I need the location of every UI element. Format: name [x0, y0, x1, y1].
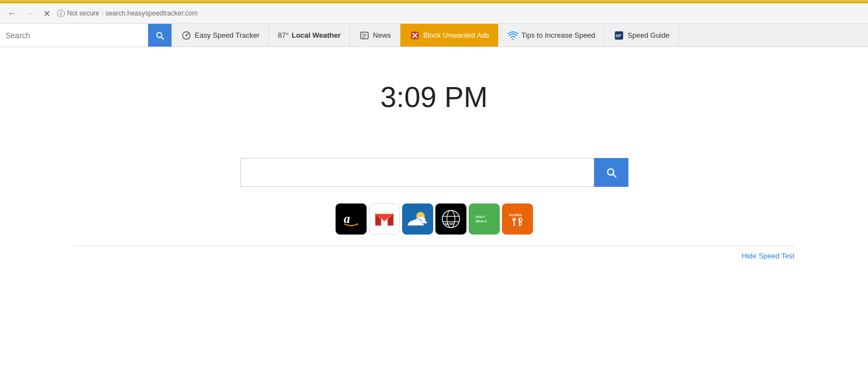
toolbar-item-weather[interactable]: 87° Local Weather: [269, 24, 350, 47]
shortcut-news[interactable]: NEWS: [435, 203, 466, 235]
main-content: 3:09 PM a: [0, 47, 868, 369]
news-label: News: [373, 31, 391, 39]
info-icon: i: [57, 9, 65, 17]
svg-text:SP: SP: [616, 33, 621, 38]
main-search-button[interactable]: [594, 158, 628, 187]
toolbar-search-area: [0, 24, 172, 47]
main-search-container: [240, 158, 628, 187]
not-secure-label: Not secure: [67, 9, 99, 17]
toolbar-item-block-ads[interactable]: Block Unwanted Ads: [400, 24, 499, 47]
shortcut-weather[interactable]: [402, 203, 433, 235]
speed-tracker-icon: [181, 30, 192, 41]
browser-chrome: ← → ✕ i Not secure | search.heasyspeedtr…: [0, 0, 868, 24]
search-icon: [155, 30, 165, 40]
shortcut-recipes[interactable]: RECIPES: [502, 203, 533, 235]
address-bar: ← → ✕ i Not secure | search.heasyspeedtr…: [0, 3, 868, 23]
back-button[interactable]: ←: [6, 7, 19, 19]
time-display: 3:09 PM: [380, 80, 488, 114]
toolbar-search-button[interactable]: [148, 24, 171, 47]
weather-temp: 87°: [278, 31, 289, 39]
block-ads-icon: [409, 30, 420, 41]
svg-text:DEALS: DEALS: [475, 220, 486, 223]
divider: [74, 246, 795, 246]
shortcut-amazon[interactable]: a: [336, 203, 367, 235]
hide-speed-test-link[interactable]: Hide Speed Test: [74, 252, 795, 260]
toolbar-item-tips[interactable]: Tips to Increase Speed: [499, 24, 605, 47]
reload-button[interactable]: ✕: [41, 7, 53, 20]
toolbar-search-input[interactable]: [0, 24, 148, 47]
toolbar-nav: Easy Speed Tracker 87° Local Weather New…: [172, 24, 868, 47]
security-info: i Not secure | search.heasyspeedtracker.…: [57, 9, 197, 17]
svg-text:DAILY: DAILY: [475, 215, 485, 218]
toolbar-item-news[interactable]: News: [350, 24, 400, 47]
speed-guide-icon: SP: [613, 30, 625, 41]
shortcut-gmail[interactable]: [369, 203, 400, 235]
weather-label: Local Weather: [292, 31, 341, 39]
svg-point-1: [186, 34, 187, 36]
url-separator: |: [101, 9, 103, 17]
wifi-icon: [507, 30, 519, 41]
url-display: search.heasyspeedtracker.com: [105, 9, 197, 17]
tips-label: Tips to Increase Speed: [521, 31, 595, 39]
news-icon: [359, 30, 370, 41]
toolbar: Easy Speed Tracker 87° Local Weather New…: [0, 24, 868, 47]
block-ads-label: Block Unwanted Ads: [423, 31, 489, 39]
speed-guide-label: Speed Guide: [627, 31, 669, 39]
svg-text:NEWS: NEWS: [444, 222, 454, 226]
toolbar-item-speed-guide[interactable]: SP Speed Guide: [605, 24, 679, 47]
forward-button[interactable]: →: [23, 7, 37, 19]
shortcut-deals[interactable]: DAILY DEALS: [469, 203, 500, 235]
toolbar-item-easy-speed-tracker[interactable]: Easy Speed Tracker: [172, 24, 269, 47]
shortcuts: a: [336, 203, 533, 235]
main-search-input[interactable]: [240, 158, 594, 187]
easy-speed-tracker-label: Easy Speed Tracker: [195, 31, 260, 39]
main-search-icon: [605, 166, 617, 179]
svg-text:RECIPES: RECIPES: [509, 213, 522, 217]
